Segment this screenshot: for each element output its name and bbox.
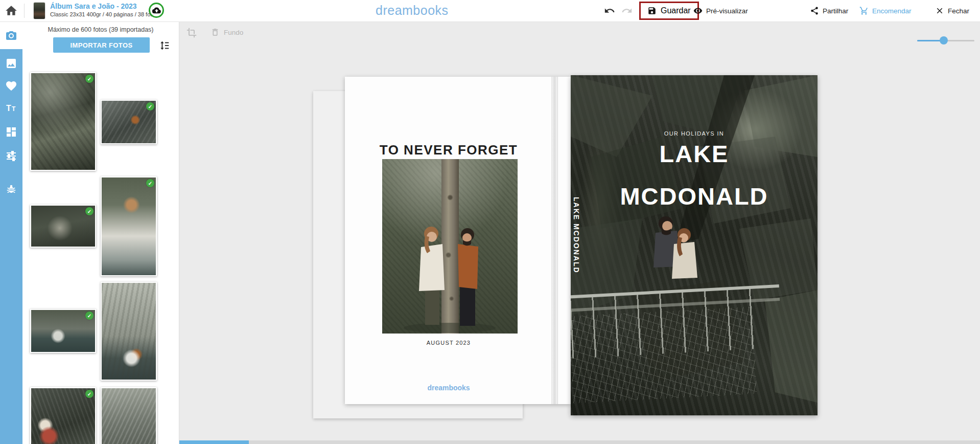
import-photos-button[interactable]: IMPORTAR FOTOS	[53, 37, 150, 53]
sort-photos-button[interactable]	[158, 40, 171, 51]
photo-used-check-icon: ✓	[85, 312, 94, 320]
order-label: Encomendar	[872, 7, 912, 15]
layout-icon	[5, 126, 17, 138]
photo-library-panel: Máximo de 600 fotos (39 importadas) IMPO…	[22, 21, 179, 444]
album-meta: Álbum Sara e João - 2023 Classic 23x31 4…	[50, 2, 158, 18]
sidebar-item-import-photos[interactable]	[0, 21, 22, 49]
photo-image	[31, 73, 95, 170]
photo-limit-label: Máximo de 600 fotos (39 importadas)	[22, 26, 179, 33]
redo-button[interactable]	[621, 0, 633, 21]
photo-image	[31, 388, 95, 444]
upload-cloud-icon	[152, 6, 161, 15]
close-icon	[935, 6, 944, 15]
photo-thumbnail-man-rocks[interactable]: ✓	[101, 100, 157, 144]
sidebar-item-photos[interactable]	[0, 53, 22, 74]
svg-text:T: T	[6, 104, 11, 113]
photo-used-check-icon: ✓	[85, 207, 94, 215]
camera-icon	[5, 29, 17, 41]
upload-status-button[interactable]	[149, 3, 164, 18]
zoom-slider-thumb[interactable]	[940, 36, 948, 45]
preview-button[interactable]: Pré-visualizar	[693, 0, 748, 21]
back-cover-photo[interactable]	[382, 159, 518, 334]
top-bar: Álbum Sara e João - 2023 Classic 23x31 4…	[0, 0, 980, 22]
front-cover-title-line1[interactable]: LAKE	[571, 140, 818, 168]
photo-image	[102, 388, 156, 444]
editor-canvas[interactable]: Fundo TO NEVER FORGET AUGU	[179, 21, 980, 444]
crop-icon	[186, 28, 197, 38]
photo-image	[102, 283, 156, 380]
photo-used-check-icon: ✓	[146, 179, 154, 187]
trash-icon	[211, 28, 220, 37]
topbar-divider	[24, 4, 25, 18]
redo-icon	[621, 5, 633, 16]
share-icon	[810, 6, 819, 15]
back-cover-date[interactable]: AUGUST 2023	[345, 340, 552, 346]
spine-title[interactable]: LAKE MCDONALD	[572, 197, 580, 274]
photo-thumbnail-rock-texture[interactable]	[101, 387, 157, 444]
svg-text:T: T	[12, 105, 16, 113]
back-cover-title[interactable]: TO NEVER FORGET	[345, 142, 552, 158]
close-label: Fechar	[948, 7, 969, 15]
photo-thumbnail-cliff-boat[interactable]	[101, 282, 157, 381]
canvas-horizontal-scrollbar-thumb[interactable]	[179, 440, 249, 444]
back-cover-page[interactable]: TO NEVER FORGET AUGUST 2023 dreambooks	[345, 77, 571, 404]
album-thumbnail[interactable]	[34, 3, 45, 19]
photo-thumbnail-lake-boat[interactable]: ✓	[30, 309, 96, 353]
save-button-highlighted[interactable]: Guardar	[639, 2, 699, 20]
image-icon	[5, 57, 17, 70]
heart-icon	[5, 80, 17, 92]
cart-icon	[859, 6, 869, 15]
zoom-slider[interactable]	[917, 36, 974, 45]
couple-figures-graphic	[382, 159, 518, 334]
back-cover-brand-logo: dreambooks	[345, 384, 552, 392]
photo-used-check-icon: ✓	[146, 102, 154, 110]
canvas-horizontal-scrollbar[interactable]	[179, 440, 980, 444]
sidebar-item-layouts[interactable]	[0, 122, 22, 142]
album-subtitle: Classic 23x31 400gr / 40 páginas / 38 fo…	[50, 11, 158, 18]
undo-icon	[604, 5, 615, 16]
close-button[interactable]: Fechar	[935, 0, 969, 21]
sidebar-item-text[interactable]: T T	[0, 98, 22, 119]
undo-button[interactable]	[604, 0, 615, 21]
sliders-icon	[5, 150, 17, 162]
share-label: Partilhar	[823, 7, 848, 15]
railing-posts-graphic	[571, 287, 766, 359]
background-button[interactable]: Fundo	[211, 28, 243, 37]
front-cover-page[interactable]: LAKE MCDONALD OUR HOLIDAYS IN LAKE MCDON…	[571, 75, 818, 415]
crop-button[interactable]	[186, 28, 197, 38]
app-logo: dreambooks	[376, 3, 449, 18]
front-cover-kicker[interactable]: OUR HOLIDAYS IN	[571, 130, 818, 137]
front-cover-title-line2[interactable]: MCDONALD	[571, 182, 818, 210]
bug-icon	[6, 184, 17, 195]
photo-used-check-icon: ✓	[85, 390, 94, 398]
save-label: Guardar	[661, 6, 691, 15]
share-button[interactable]: Partilhar	[810, 0, 848, 21]
sort-icon	[158, 40, 171, 51]
photo-thumbnail-canyon-bridge[interactable]: ✓	[30, 72, 96, 171]
album-title[interactable]: Álbum Sara e João - 2023	[50, 2, 158, 11]
cover-fold-strip	[551, 77, 558, 404]
photo-thumbnail-couple-sitting[interactable]: ✓	[30, 387, 96, 444]
preview-label: Pré-visualizar	[706, 7, 748, 15]
home-button[interactable]	[5, 4, 18, 17]
left-icon-rail: T T	[0, 21, 22, 444]
photo-image	[102, 177, 156, 275]
sidebar-item-favorites[interactable]	[0, 76, 22, 96]
sidebar-item-report[interactable]	[0, 179, 22, 199]
save-icon	[647, 6, 657, 15]
front-couple-figures-graphic	[642, 209, 709, 296]
eye-icon	[693, 6, 703, 15]
photo-used-check-icon: ✓	[85, 75, 94, 83]
order-button[interactable]: Encomendar	[859, 0, 912, 21]
photo-thumbnail-woman-back[interactable]: ✓	[30, 205, 96, 248]
text-icon: T T	[5, 102, 17, 115]
photo-thumbnail-boat-woman[interactable]: ✓	[101, 176, 157, 276]
background-label: Fundo	[224, 29, 243, 36]
sidebar-item-adjustments[interactable]	[0, 146, 22, 166]
